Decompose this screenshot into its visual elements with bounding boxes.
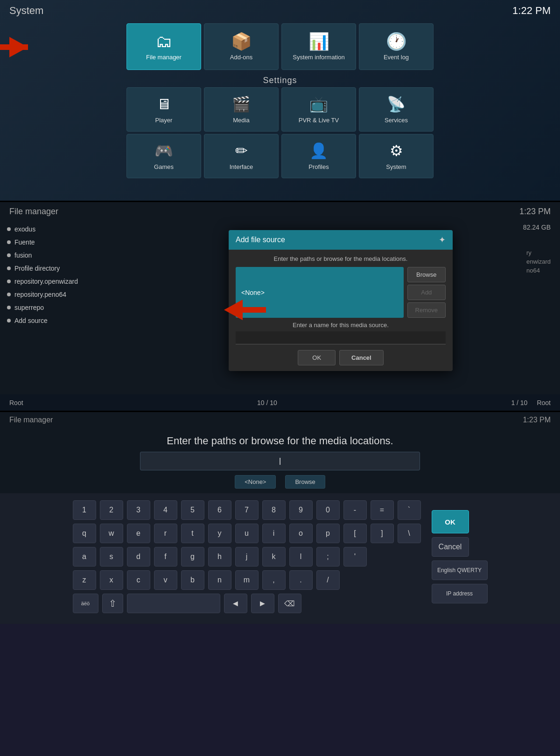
key-minus[interactable]: - (343, 500, 367, 520)
keyboard-ok-button[interactable]: OK (432, 510, 469, 533)
keyboard-path-input[interactable] (140, 452, 420, 470)
key-semicolon[interactable]: ; (316, 547, 340, 567)
settings-tile-player[interactable]: 🖥 Player (126, 87, 201, 132)
key-comma[interactable]: , (262, 570, 286, 590)
tile-event-log[interactable]: 🕐 Event log (359, 23, 434, 70)
keyboard-ip-button[interactable]: IP address (432, 584, 488, 603)
section2-header: File manager 1:23 PM (0, 202, 560, 221)
keyboard-instruction: Enter the paths or browse for the media … (0, 428, 560, 452)
dialog-action-row: OK Cancel (236, 350, 446, 365)
key-0[interactable]: 0 (316, 500, 340, 520)
file-name-add-source: Add source (14, 317, 48, 324)
tile-add-ons[interactable]: 📦 Add-ons (204, 23, 279, 70)
key-i[interactable]: i (262, 524, 286, 543)
settings-tile-games[interactable]: 🎮 Games (126, 134, 201, 178)
key-4[interactable]: 4 (154, 500, 177, 520)
key-m[interactable]: m (235, 570, 259, 590)
key-2[interactable]: 2 (100, 500, 123, 520)
key-5[interactable]: 5 (181, 500, 204, 520)
dialog-title: Add file source (236, 236, 285, 244)
key-o[interactable]: o (289, 524, 313, 543)
key-x[interactable]: x (100, 570, 123, 590)
arrow-head (9, 37, 28, 57)
key-backtick[interactable]: ` (398, 500, 421, 520)
key-9[interactable]: 9 (289, 500, 313, 520)
settings-tile-system[interactable]: ⚙ System (359, 134, 434, 178)
file-item-add-source[interactable]: Add source (7, 315, 114, 326)
key-nav-right[interactable]: ► (251, 594, 274, 613)
section1-clock: 1:22 PM (512, 5, 551, 17)
key-period[interactable]: . (289, 570, 313, 590)
app-title: System (9, 5, 43, 17)
key-slash[interactable]: / (316, 570, 340, 590)
key-equals[interactable]: = (371, 500, 394, 520)
keyboard-browse-button[interactable]: Browse (285, 475, 325, 489)
key-quote[interactable]: ' (343, 547, 367, 567)
key-shift[interactable]: ⇧ (102, 594, 123, 613)
file-item-exodus[interactable]: exodus (7, 224, 114, 235)
settings-tile-pvr[interactable]: 📺 PVR & Live TV (281, 87, 356, 132)
tile-add-ons-label: Add-ons (230, 54, 252, 61)
dialog-name-input[interactable] (236, 331, 446, 344)
file-item-repo-peno64[interactable]: repository.peno64 (7, 289, 114, 300)
dialog-cancel-button[interactable]: Cancel (339, 350, 384, 365)
dialog-close-button[interactable]: ✦ (439, 235, 446, 245)
file-item-superrepo[interactable]: superrepo (7, 302, 114, 313)
key-g[interactable]: g (181, 547, 204, 567)
key-j[interactable]: j (235, 547, 259, 567)
file-item-fuente[interactable]: Fuente (7, 237, 114, 248)
keyboard-none-button[interactable]: <None> (235, 475, 276, 489)
file-item-profile-directory[interactable]: Profile directory (7, 263, 114, 274)
tile-system-information[interactable]: 📊 System information (281, 23, 356, 70)
key-special-chars[interactable]: äëö (73, 594, 98, 613)
key-u[interactable]: u (235, 524, 259, 543)
key-6[interactable]: 6 (208, 500, 231, 520)
key-t[interactable]: t (181, 524, 204, 543)
dialog-remove-button[interactable]: Remove (407, 302, 446, 318)
keyboard-cancel-button[interactable]: Cancel (432, 537, 469, 557)
key-s[interactable]: s (100, 547, 123, 567)
key-8[interactable]: 8 (262, 500, 286, 520)
key-1[interactable]: 1 (73, 500, 96, 520)
key-y[interactable]: y (208, 524, 231, 543)
key-z[interactable]: z (73, 570, 96, 590)
key-7[interactable]: 7 (235, 500, 259, 520)
dialog-ok-button[interactable]: OK (298, 350, 336, 365)
key-e[interactable]: e (127, 524, 150, 543)
key-backspace[interactable]: ⌫ (278, 594, 301, 613)
file-item-fusion[interactable]: fusion (7, 250, 114, 261)
dialog-add-button[interactable]: Add (407, 285, 446, 300)
key-l[interactable]: l (289, 547, 313, 567)
key-spacebar[interactable] (127, 594, 220, 613)
file-name-profile-directory: Profile directory (14, 265, 60, 272)
key-nav-left[interactable]: ◄ (224, 594, 247, 613)
key-3[interactable]: 3 (127, 500, 150, 520)
key-h[interactable]: h (208, 547, 231, 567)
settings-tile-services[interactable]: 📡 Services (359, 87, 434, 132)
key-backslash[interactable]: \ (398, 524, 421, 543)
key-p[interactable]: p (316, 524, 340, 543)
settings-tile-media[interactable]: 🎬 Media (204, 87, 279, 132)
key-a[interactable]: a (73, 547, 96, 567)
key-r[interactable]: r (154, 524, 177, 543)
settings-tile-interface[interactable]: ✏ Interface (204, 134, 279, 178)
key-n[interactable]: n (208, 570, 231, 590)
key-w[interactable]: w (100, 524, 123, 543)
key-k[interactable]: k (262, 547, 286, 567)
section3-keyboard: File manager 1:23 PM Enter the paths or … (0, 411, 560, 624)
key-bracket-left[interactable]: [ (343, 524, 367, 543)
key-q[interactable]: q (73, 524, 96, 543)
tile-file-manager[interactable]: 🗂 File manager (126, 23, 201, 70)
key-c[interactable]: c (127, 570, 150, 590)
settings-tile-profiles[interactable]: 👤 Profiles (281, 134, 356, 178)
dialog-browse-button[interactable]: Browse (407, 267, 446, 282)
key-v[interactable]: v (154, 570, 177, 590)
footer-right: 1 / 10 Root (511, 399, 551, 406)
key-d[interactable]: d (127, 547, 150, 567)
key-b[interactable]: b (181, 570, 204, 590)
keyboard-lang-button[interactable]: English QWERTY (432, 560, 488, 580)
key-bracket-right[interactable]: ] (371, 524, 394, 543)
folder-dot (7, 240, 11, 244)
file-item-repo-openwizard[interactable]: repository.openwizard (7, 276, 114, 287)
key-f[interactable]: f (154, 547, 177, 567)
